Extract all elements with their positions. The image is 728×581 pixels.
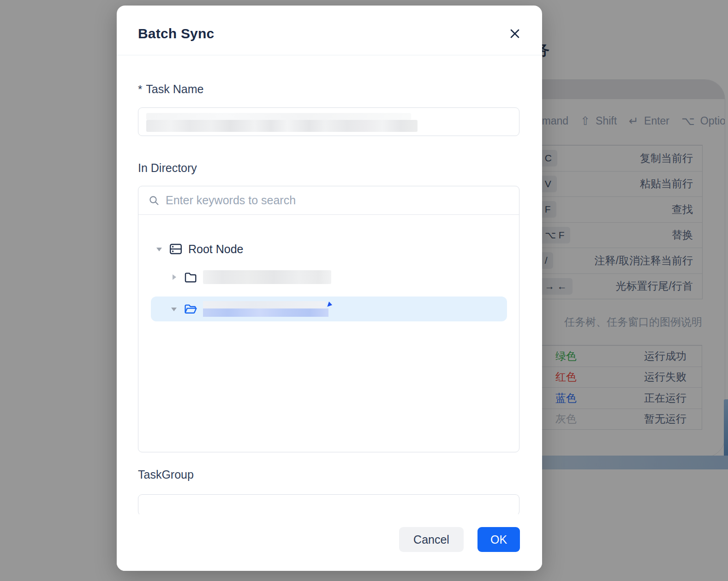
task-group-input[interactable] <box>138 494 519 516</box>
task-name-label: *Task Name <box>138 83 519 96</box>
modal-title: Batch Sync <box>138 26 214 42</box>
redacted-selected-folder-name <box>203 301 328 317</box>
modal-header: Batch Sync <box>117 6 542 55</box>
redacted-task-name-value <box>146 120 418 132</box>
root-node-icon <box>169 242 183 256</box>
in-directory-label: In Directory <box>138 161 519 175</box>
tree-node-folder-selected[interactable] <box>151 296 507 321</box>
redacted-task-name-highlight <box>146 113 411 120</box>
caret-down-icon[interactable] <box>171 307 177 312</box>
required-asterisk: * <box>138 83 142 95</box>
folder-closed-icon <box>184 270 197 284</box>
directory-tree-panel: Enter keywords to search <box>138 186 519 452</box>
tree-node-root[interactable]: Root Node <box>138 238 519 260</box>
cursor-mark <box>327 302 333 308</box>
caret-down-icon[interactable] <box>156 247 162 252</box>
search-placeholder: Enter keywords to search <box>166 194 296 207</box>
caret-right-icon[interactable] <box>171 274 177 280</box>
cancel-button[interactable]: Cancel <box>399 527 464 552</box>
task-group-label: TaskGroup <box>138 468 519 481</box>
folder-open-icon <box>184 302 197 316</box>
search-icon <box>149 195 160 206</box>
tree-node-folder[interactable] <box>138 266 519 289</box>
directory-tree: Root Node <box>138 215 519 321</box>
modal-footer: Cancel OK <box>117 527 542 571</box>
root-node-label: Root Node <box>188 243 244 256</box>
redacted-folder-name <box>203 270 331 284</box>
close-icon[interactable] <box>508 27 522 41</box>
batch-sync-modal: Batch Sync *Task Name In Directory <box>117 6 542 571</box>
ok-button[interactable]: OK <box>477 527 520 552</box>
modal-body: *Task Name In Directory Enter keywords t… <box>117 83 542 516</box>
tree-search-input[interactable]: Enter keywords to search <box>138 186 519 215</box>
screen: 务 ⌘ Command ⇧ Shift ↵ <box>0 0 728 581</box>
task-name-input[interactable] <box>138 107 519 136</box>
